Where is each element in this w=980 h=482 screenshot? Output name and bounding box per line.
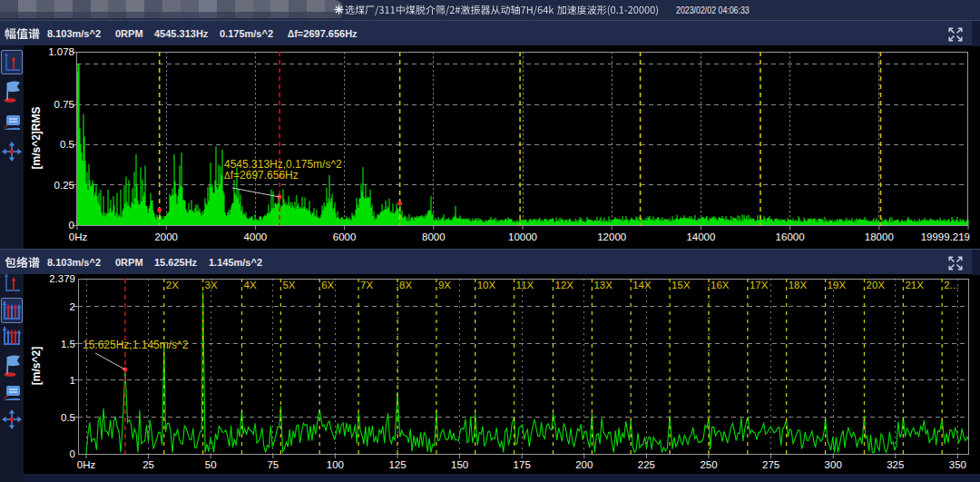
svg-text:14X: 14X (632, 280, 652, 290)
svg-text:11X: 11X (516, 280, 534, 290)
svg-text:15X: 15X (671, 280, 691, 290)
svg-text:150: 150 (451, 459, 468, 470)
svg-text:6000: 6000 (333, 231, 357, 242)
svg-text:0.75: 0.75 (54, 99, 74, 110)
svg-text:50: 50 (205, 459, 217, 470)
svg-text:5X: 5X (282, 280, 295, 290)
svg-text:0Hz: 0Hz (77, 459, 96, 470)
svg-text:10000: 10000 (508, 231, 537, 242)
svg-text:14000: 14000 (686, 231, 715, 242)
svg-text:Δf=2697.656Hz: Δf=2697.656Hz (224, 169, 299, 182)
svg-text:21X: 21X (905, 280, 924, 290)
svg-text:325: 325 (887, 459, 904, 470)
svg-text:3X: 3X (205, 280, 218, 290)
svg-text:[m/s^2]: [m/s^2] (30, 347, 43, 385)
svg-text:2000: 2000 (154, 231, 178, 242)
svg-text:275: 275 (762, 459, 779, 470)
svg-text:12X: 12X (555, 280, 574, 290)
svg-text:4X: 4X (244, 280, 257, 290)
svg-text:2.379: 2.379 (49, 275, 75, 284)
svg-text:300: 300 (825, 459, 842, 470)
svg-text:20X: 20X (867, 280, 886, 290)
svg-text:15.625Hz,1.145m/s^2: 15.625Hz,1.145m/s^2 (83, 339, 189, 351)
svg-text:0.25: 0.25 (54, 180, 74, 191)
svg-text:100: 100 (327, 459, 344, 470)
svg-text:12000: 12000 (597, 231, 626, 242)
svg-text:8000: 8000 (422, 231, 446, 242)
svg-text:1.078: 1.078 (48, 46, 74, 57)
svg-text:175: 175 (514, 459, 531, 470)
svg-text:1: 1 (70, 375, 75, 386)
svg-text:18000: 18000 (865, 231, 894, 242)
svg-text:4000: 4000 (244, 231, 268, 242)
svg-text:75: 75 (267, 459, 279, 470)
svg-text:19999.219: 19999.219 (921, 231, 970, 242)
svg-text:8X: 8X (399, 280, 412, 290)
svg-text:16X: 16X (710, 280, 730, 290)
svg-text:0.5: 0.5 (61, 412, 75, 423)
svg-text:0: 0 (69, 220, 74, 231)
svg-text:250: 250 (700, 459, 717, 470)
svg-text:19X: 19X (828, 280, 847, 290)
svg-text:25: 25 (142, 459, 154, 470)
svg-text:17X: 17X (750, 280, 769, 290)
svg-text:18X: 18X (789, 280, 808, 290)
svg-text:10X: 10X (477, 280, 496, 290)
svg-text:0.5: 0.5 (60, 139, 74, 150)
svg-text:6X: 6X (321, 280, 334, 290)
svg-text:350: 350 (949, 459, 966, 470)
svg-text:1.5: 1.5 (61, 339, 75, 349)
svg-text:16000: 16000 (776, 231, 805, 242)
svg-text:7X: 7X (360, 280, 373, 290)
svg-text:225: 225 (638, 459, 655, 470)
svg-text:2...: 2... (944, 280, 958, 290)
svg-text:0Hz: 0Hz (69, 231, 88, 242)
svg-text:0: 0 (70, 448, 75, 459)
svg-text:[m/s^2]RMS: [m/s^2]RMS (30, 106, 43, 169)
svg-text:2X: 2X (166, 280, 179, 290)
svg-text:200: 200 (575, 459, 593, 470)
svg-text:2: 2 (70, 301, 75, 312)
svg-text:9X: 9X (438, 280, 451, 290)
svg-text:13X: 13X (593, 280, 612, 290)
svg-text:125: 125 (388, 459, 406, 470)
